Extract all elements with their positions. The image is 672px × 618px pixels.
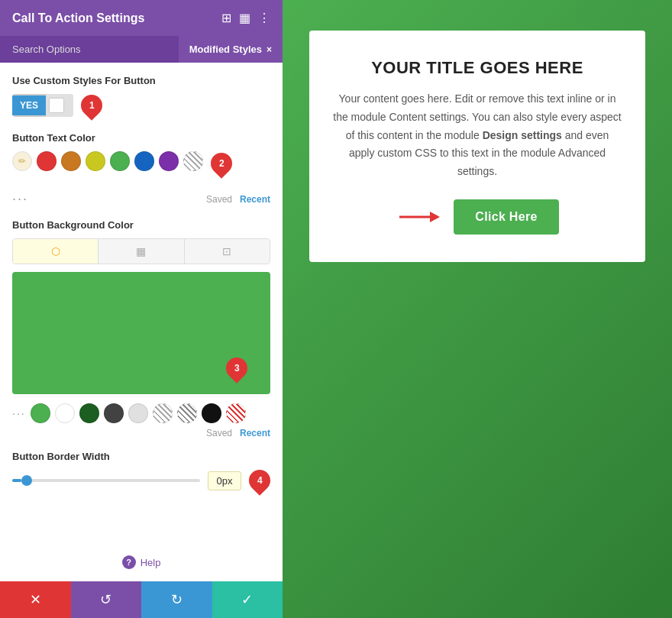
more-colors-dots[interactable]: ··· xyxy=(12,191,28,207)
preview-body: Your content goes here. Edit or remove t… xyxy=(332,90,622,181)
swatch-yellow[interactable] xyxy=(86,151,105,171)
bg-tab-image[interactable]: ⊡ xyxy=(185,239,270,264)
bg-saved-recent: Saved Recent xyxy=(206,428,270,438)
border-width-value[interactable]: 0px xyxy=(208,471,241,490)
preview-panel: YOUR TITLE GOES HERE Your content goes h… xyxy=(283,0,672,618)
badge-1: 1 xyxy=(76,90,107,121)
slider-thumb[interactable] xyxy=(21,475,32,486)
toggle-yes-label: YES xyxy=(12,95,46,115)
header-icons: ⊞ ▦ ⋮ xyxy=(221,11,270,25)
swatch-striped[interactable] xyxy=(183,151,203,171)
text-color-swatches: ✏ xyxy=(12,151,203,171)
swatch-purple[interactable] xyxy=(159,151,179,171)
layout-icon[interactable]: ▦ xyxy=(239,11,250,25)
redo-button[interactable]: ↻ xyxy=(141,581,212,618)
bg-swatch-white[interactable] xyxy=(55,403,75,423)
swatch-orange[interactable] xyxy=(61,151,81,171)
save-button[interactable]: ✓ xyxy=(212,581,283,618)
search-bar: Search Options Modified Styles × xyxy=(0,36,283,63)
modified-styles-close[interactable]: × xyxy=(267,44,272,55)
modified-styles-label: Modified Styles xyxy=(189,44,262,55)
toggle-knob xyxy=(49,98,64,113)
bg-tab-gradient[interactable]: ▦ xyxy=(99,239,184,264)
arrow-icon xyxy=(396,205,441,228)
slider-fill xyxy=(12,479,21,482)
swatch-blue[interactable] xyxy=(134,151,154,171)
bg-color-saved-recent: Saved Recent xyxy=(12,428,270,438)
modified-styles-tag[interactable]: Modified Styles × xyxy=(179,36,283,63)
bg-swatch-lightgray[interactable] xyxy=(128,403,148,423)
badge-3: 3 xyxy=(221,353,252,383)
bg-recent-label[interactable]: Recent xyxy=(240,428,270,438)
cancel-button[interactable]: ✕ xyxy=(0,581,71,618)
bg-swatch-striped-red[interactable] xyxy=(226,403,246,423)
bg-more-dots[interactable]: ··· xyxy=(12,407,26,419)
border-width-slider-row: 0px 4 xyxy=(12,470,270,491)
custom-styles-toggle[interactable]: YES xyxy=(12,94,73,117)
expand-icon[interactable]: ⊞ xyxy=(221,11,231,25)
recent-label[interactable]: Recent xyxy=(240,194,270,205)
saved-label[interactable]: Saved xyxy=(206,194,232,205)
more-icon[interactable]: ⋮ xyxy=(258,11,270,25)
bg-tab-solid[interactable]: ⬡ xyxy=(13,239,99,264)
cta-row: Click Here xyxy=(332,199,622,235)
help-icon: ? xyxy=(122,555,136,569)
custom-styles-label: Use Custom Styles For Button xyxy=(12,75,270,86)
swatch-red[interactable] xyxy=(37,151,57,171)
toggle-slider[interactable] xyxy=(46,94,73,117)
panel-footer: ✕ ↺ ↻ ✓ xyxy=(0,581,283,618)
settings-panel: Call To Action Settings ⊞ ▦ ⋮ Search Opt… xyxy=(0,0,283,618)
bg-color-preview[interactable]: 3 xyxy=(12,272,270,394)
saved-recent-row: Saved Recent xyxy=(206,194,270,205)
preview-card: YOUR TITLE GOES HERE Your content goes h… xyxy=(309,31,645,262)
help-label: Help xyxy=(141,557,161,568)
btn-bg-color-label: Button Background Color xyxy=(12,219,270,231)
preview-title: YOUR TITLE GOES HERE xyxy=(332,58,622,78)
panel-header: Call To Action Settings ⊞ ▦ ⋮ xyxy=(0,0,283,36)
bg-swatch-black[interactable] xyxy=(202,403,221,423)
bg-saved-label[interactable]: Saved xyxy=(206,428,232,438)
btn-text-color-row: ✏ 2 xyxy=(12,151,270,176)
cta-button[interactable]: Click Here xyxy=(454,199,558,235)
bg-swatch-darkgray[interactable] xyxy=(104,403,124,423)
bg-swatch-green[interactable] xyxy=(31,403,50,423)
search-options-button[interactable]: Search Options xyxy=(0,36,179,63)
custom-styles-toggle-row: YES 1 xyxy=(12,94,270,117)
btn-text-color-label: Button Text Color xyxy=(12,132,270,144)
bg-color-tabs: ⬡ ▦ ⊡ xyxy=(12,238,270,264)
color-picker-icon[interactable]: ✏ xyxy=(12,151,32,171)
text-color-dots-row: ··· Saved Recent xyxy=(12,191,270,207)
badge-4: 4 xyxy=(244,465,275,496)
arrow-indicator xyxy=(396,205,441,228)
border-width-track[interactable] xyxy=(12,479,200,482)
swatch-green[interactable] xyxy=(110,151,130,171)
bg-color-swatches: ··· xyxy=(12,403,270,423)
badge-2: 2 xyxy=(206,148,237,179)
bg-swatch-darkgreen[interactable] xyxy=(79,403,99,423)
bg-swatch-striped1[interactable] xyxy=(153,403,173,423)
btn-border-width-label: Button Border Width xyxy=(12,451,270,462)
undo-button[interactable]: ↺ xyxy=(71,581,142,618)
bg-swatch-striped2[interactable] xyxy=(177,403,197,423)
panel-content: Use Custom Styles For Button YES 1 Butto… xyxy=(0,63,283,543)
panel-title: Call To Action Settings xyxy=(12,11,144,25)
help-row[interactable]: ? Help xyxy=(0,543,283,581)
svg-marker-1 xyxy=(430,212,440,222)
